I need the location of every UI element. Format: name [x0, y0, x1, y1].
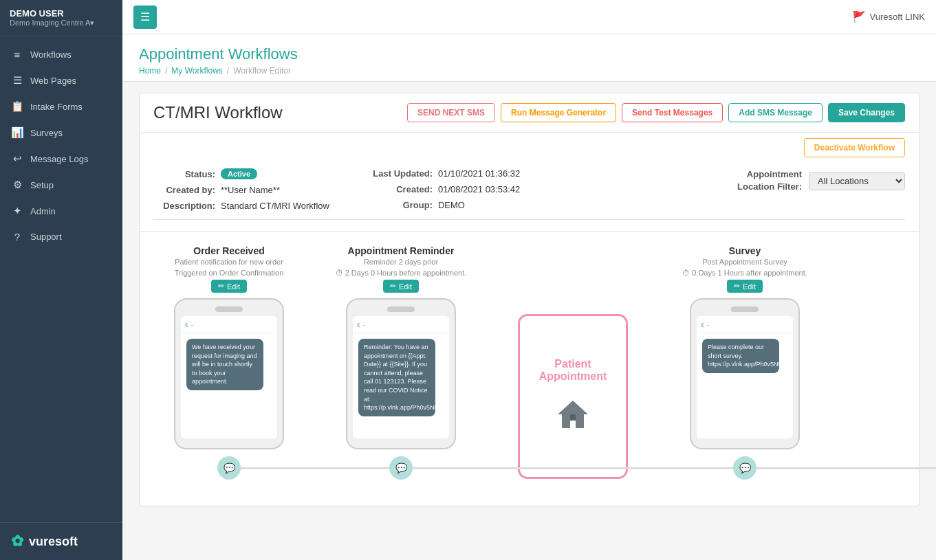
- sidebar-label-intake-forms: Intake Forms: [30, 102, 83, 112]
- workflow-actions: SEND NEXT SMS Run Message Generator Send…: [407, 103, 905, 122]
- sidebar-nav: ≡ Workflows ☰ Web Pages 📋 Intake Forms 📊…: [0, 36, 122, 522]
- deactivate-workflow-button[interactable]: Deactivate Workflow: [804, 138, 905, 157]
- phone-screen-3: ‹ - Please complete our short survey. ht…: [697, 316, 793, 438]
- phone-screen-1: ‹ - Reminder: You have an appointment on…: [353, 316, 449, 438]
- workflow-canvas: Order Received Patient notification for …: [139, 232, 919, 506]
- chat-bubble-3: Please complete our short survey. https:…: [702, 339, 779, 373]
- phone-screen-0: ‹ - We have received your request for im…: [181, 316, 277, 438]
- sidebar-item-workflows[interactable]: ≡ Workflows: [0, 42, 122, 67]
- edit-button-1[interactable]: ✏ Edit: [383, 280, 419, 293]
- sidebar-label-surveys: Surveys: [30, 128, 63, 138]
- sidebar-item-setup[interactable]: ⚙ Setup: [0, 172, 122, 198]
- created-label: Created:: [371, 184, 433, 194]
- card-survey: Survey Post Appointment Survey ⏱ 0 Days …: [669, 245, 820, 480]
- card-timing-1: ⏱ 2 Days 0 Hours before appointment.: [336, 269, 467, 277]
- breadcrumb: Home / My Workflows / Workflow Editor: [139, 66, 919, 76]
- chat-bubble-0: We have received your request for imagin…: [186, 339, 263, 390]
- timeline-dot-3: 💬: [733, 456, 757, 480]
- menu-button[interactable]: ☰: [133, 5, 157, 29]
- meta-group: Group: DEMO: [371, 200, 520, 210]
- editor-container: CT/MRI Workflow SEND NEXT SMS Run Messag…: [122, 82, 936, 560]
- edit-icon-1: ✏: [390, 282, 396, 291]
- timeline-dot-0-wrap: 💬: [217, 456, 241, 480]
- meta-description: Description: Standard CT/MRI Workflow: [153, 201, 329, 211]
- breadcrumb-my-workflows[interactable]: My Workflows: [171, 66, 222, 76]
- run-message-gen-button[interactable]: Run Message Generator: [501, 103, 616, 122]
- meta-status: Status: Active: [153, 168, 329, 179]
- timeline-dot-3-wrap: 💬: [733, 456, 757, 480]
- phone-3: ‹ - Please complete our short survey. ht…: [690, 298, 800, 449]
- cards-scroll: Order Received Patient notification for …: [153, 245, 905, 486]
- sidebar-label-setup: Setup: [30, 180, 54, 190]
- topbar-brand: 🚩 Vuresoft LINK: [852, 10, 925, 23]
- sidebar-label-admin: Admin: [30, 206, 56, 216]
- sidebar-item-intake-forms[interactable]: 📋 Intake Forms: [0, 93, 122, 120]
- workflows-icon: ≡: [11, 49, 23, 60]
- brand-name: Vuresoft LINK: [870, 12, 925, 22]
- meta-group-middle: Last Updated: 01/10/2021 01:36:32 Create…: [371, 168, 520, 210]
- card-title-1: Appointment Reminder: [348, 245, 455, 256]
- sidebar-item-admin[interactable]: ✦ Admin: [0, 198, 122, 224]
- sidebar-item-message-logs[interactable]: ↩ Message Logs: [0, 146, 122, 172]
- web-pages-icon: ☰: [11, 74, 23, 87]
- edit-button-3[interactable]: ✏ Edit: [727, 280, 763, 293]
- status-label: Status:: [153, 169, 215, 179]
- phone-body-1: Reminder: You have an appointment on {{A…: [353, 333, 449, 438]
- sidebar-label-web-pages: Web Pages: [30, 76, 76, 86]
- location-select[interactable]: All Locations: [809, 172, 905, 190]
- add-sms-message-button[interactable]: Add SMS Message: [728, 103, 823, 122]
- topbar-left: ☰: [133, 5, 157, 29]
- phone-notch-1: [387, 306, 415, 312]
- sidebar: DEMO USER Demo Imaging Centre A▾ ≡ Workf…: [0, 0, 122, 560]
- created-by-label: Created by:: [153, 185, 215, 195]
- workflow-name: CT/MRI Workflow: [153, 103, 283, 122]
- card-subtitle-1: Reminder 2 days prior: [364, 258, 438, 266]
- group-value: DEMO: [438, 200, 465, 210]
- phone-notch-3: [731, 306, 759, 312]
- surveys-icon: 📊: [11, 126, 23, 139]
- created-by-value: **User Name**: [221, 185, 280, 195]
- send-next-sms-button[interactable]: SEND NEXT SMS: [407, 103, 495, 122]
- meta-row: Status: Active Created by: **User Name**…: [153, 168, 905, 211]
- sidebar-item-surveys[interactable]: 📊 Surveys: [0, 120, 122, 146]
- last-updated-value: 01/10/2021 01:36:32: [438, 168, 520, 179]
- save-changes-button[interactable]: Save Changes: [828, 103, 905, 122]
- logo-icon: ✿: [11, 533, 23, 550]
- card-subtitle-0: Patient notification for new order: [175, 258, 283, 266]
- sidebar-item-web-pages[interactable]: ☰ Web Pages: [0, 67, 122, 93]
- sidebar-item-support[interactable]: ? Support: [0, 224, 122, 249]
- phone-notch-0: [215, 306, 243, 312]
- phone-body-3: Please complete our short survey. https:…: [697, 333, 793, 438]
- edit-icon-3: ✏: [734, 282, 740, 291]
- timeline-dot-0: 💬: [217, 456, 241, 480]
- timeline-dot-1-wrap: 💬: [389, 456, 413, 480]
- workflow-titlebar: CT/MRI Workflow SEND NEXT SMS Run Messag…: [139, 93, 919, 133]
- group-label: Group:: [371, 200, 433, 210]
- send-test-messages-button[interactable]: Send Test Messages: [622, 103, 723, 122]
- phone-body-0: We have received your request for imagin…: [181, 333, 277, 438]
- patient-appt-label: Patient Appointment: [530, 358, 616, 383]
- clock-icon-1: ⏱: [336, 269, 343, 277]
- card-timing-3: ⏱ 0 Days 1 Hours after appointment.: [682, 269, 807, 277]
- created-value: 01/08/2021 03:53:42: [438, 184, 520, 194]
- card-order-received: Order Received Patient notification for …: [153, 245, 305, 480]
- card-title-0: Order Received: [193, 245, 265, 256]
- patient-appt-card: Patient Appointment +: [518, 314, 628, 479]
- support-icon: ?: [11, 231, 23, 243]
- main-content: ☰ 🚩 Vuresoft LINK Appointment Workflows …: [122, 0, 936, 560]
- message-logs-icon: ↩: [11, 153, 23, 165]
- breadcrumb-home[interactable]: Home: [139, 66, 161, 76]
- card-timing-0: Triggered on Order Confirmation: [175, 269, 284, 277]
- phone-topbar-1: ‹ -: [353, 316, 449, 333]
- page-header: Appointment Workflows Home / My Workflow…: [122, 34, 936, 82]
- card-subtitle-3: Post Appointment Survey: [702, 258, 787, 266]
- meta-last-updated: Last Updated: 01/10/2021 01:36:32: [371, 168, 520, 179]
- phone-topbar-0: ‹ -: [181, 316, 277, 333]
- intake-forms-icon: 📋: [11, 100, 23, 113]
- timeline-dot-1: 💬: [389, 456, 413, 480]
- setup-icon: ⚙: [11, 179, 23, 191]
- phone-topbar-3: ‹ -: [697, 316, 793, 333]
- edit-button-0[interactable]: ✏ Edit: [211, 280, 247, 293]
- meta-created-by: Created by: **User Name**: [153, 185, 329, 195]
- sidebar-label-message-logs: Message Logs: [30, 154, 89, 164]
